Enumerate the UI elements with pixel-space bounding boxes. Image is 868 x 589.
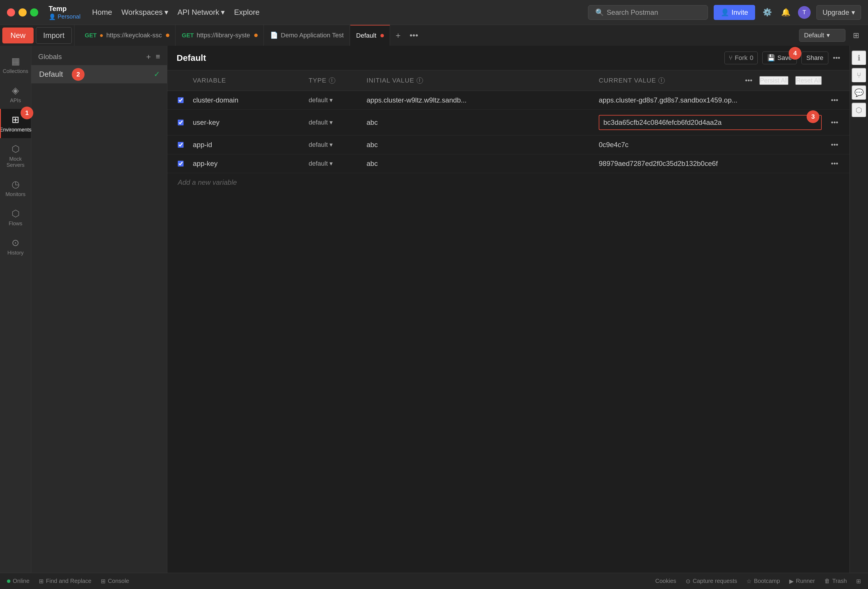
console-button[interactable]: ⊞ Console	[101, 578, 129, 585]
find-replace-button[interactable]: ⊞ Find and Replace	[39, 578, 92, 585]
cell-variable[interactable]: cluster-domain	[188, 91, 304, 109]
more-tabs-button[interactable]: •••	[406, 30, 422, 41]
trash-button[interactable]: 🗑 Trash	[824, 578, 847, 585]
capture-requests-button[interactable]: ⊙ Capture requests	[686, 578, 737, 585]
cell-type[interactable]: default ▾	[304, 114, 362, 131]
tab-1[interactable]: GET ● https://keycloak-ssc	[79, 25, 176, 46]
cell-more[interactable]: •••	[826, 113, 844, 132]
environment-selector[interactable]: Default ▾	[799, 29, 846, 42]
cell-checkbox[interactable]	[173, 155, 188, 172]
add-variable-row[interactable]: Add a new variable	[167, 173, 849, 192]
type-info-icon: i	[329, 77, 335, 84]
sidebar-item-apis[interactable]: ◈ APIs	[0, 80, 31, 109]
row-checkbox[interactable]	[178, 97, 183, 104]
settings-button[interactable]: ⚙️	[761, 6, 774, 19]
persist-all-button[interactable]: Persist All	[759, 76, 789, 85]
type-selector[interactable]: default ▾	[309, 96, 333, 104]
invite-button[interactable]: 👤 Invite	[714, 5, 755, 20]
row-more-button[interactable]: •••	[831, 141, 838, 149]
layout-button[interactable]: ⊞	[851, 29, 861, 42]
cell-more[interactable]: •••	[826, 136, 844, 154]
more-options-button[interactable]: •••	[833, 54, 840, 62]
cell-variable[interactable]: app-key	[188, 154, 304, 173]
cell-type[interactable]: default ▾	[304, 91, 362, 109]
comments-button[interactable]: 💬	[852, 85, 867, 100]
tab-dot-indicator	[381, 34, 384, 37]
search-bar[interactable]: 🔍 Search Postman	[588, 5, 708, 20]
layout-toggle-button[interactable]: ⊞	[856, 578, 861, 585]
sidebar-item-monitors[interactable]: ◷ Monitors	[0, 173, 31, 203]
tab-default[interactable]: Default	[350, 25, 390, 46]
runner-button[interactable]: ▶ Runner	[789, 578, 815, 585]
row-more-button[interactable]: •••	[831, 118, 838, 127]
tab-2[interactable]: GET https://library-syste	[176, 25, 264, 46]
cell-current-value[interactable]: 0c9e4c7c	[594, 136, 826, 154]
avatar[interactable]: T	[798, 6, 811, 19]
cell-checkbox[interactable]	[173, 136, 188, 154]
type-selector[interactable]: default ▾	[309, 119, 333, 126]
online-status[interactable]: Online	[7, 578, 30, 585]
sidebar-item-collections[interactable]: ▦ Collections	[0, 50, 31, 80]
tab-url: https://keycloak-ssc	[106, 32, 162, 39]
nav-api-network[interactable]: API Network ▾	[177, 8, 225, 17]
add-environment-button[interactable]: ＋	[145, 52, 152, 62]
cell-initial-value[interactable]: abc	[362, 136, 594, 154]
nav-explore[interactable]: Explore	[234, 8, 260, 17]
git-button[interactable]: ⑂	[852, 68, 867, 83]
cell-current-value[interactable]: 3 bc3da65cfb24c0846fefcb6fd20d4aa2a	[594, 110, 826, 135]
row-checkbox[interactable]	[178, 160, 183, 167]
cell-checkbox[interactable]	[173, 114, 188, 131]
import-button[interactable]: Import	[36, 27, 72, 44]
info-panel-button[interactable]: ℹ	[852, 50, 867, 65]
save-button[interactable]: 💾 Save	[762, 52, 797, 64]
trash-icon: 🗑	[824, 578, 830, 585]
new-tab-button[interactable]: ＋	[391, 29, 406, 42]
connections-button[interactable]: ⬡	[852, 102, 867, 118]
cell-current-value[interactable]: apps.cluster-gd8s7.gd8s7.sandbox1459.op.…	[594, 91, 826, 109]
row-checkbox[interactable]	[178, 141, 183, 148]
cell-type[interactable]: default ▾	[304, 136, 362, 154]
cell-current-value[interactable]: 98979aed7287ed2f0c35d2b132b0ce6f	[594, 154, 826, 173]
table-row: app-key default ▾ abc 98979aed7287ed2f0c…	[167, 154, 849, 173]
cell-initial-value[interactable]: abc	[362, 154, 594, 173]
tab-3[interactable]: 📄 Demo Application Test	[264, 25, 350, 46]
nav-workspaces[interactable]: Workspaces ▾	[121, 8, 168, 17]
cell-initial-value[interactable]: apps.cluster-w9ltz.w9ltz.sandb...	[362, 91, 594, 109]
cell-initial-value[interactable]: abc	[362, 113, 594, 132]
doc-icon: 📄	[270, 32, 278, 39]
type-selector[interactable]: default ▾	[309, 160, 333, 167]
header-current-value: CURRENT VALUE i ••• Persist All Reset Al…	[594, 70, 826, 91]
cell-more[interactable]: •••	[826, 154, 844, 173]
cell-checkbox[interactable]	[173, 92, 188, 109]
cell-variable[interactable]: app-id	[188, 136, 304, 154]
cell-variable[interactable]: user-key	[188, 113, 304, 132]
chevron-down-icon: ▾	[329, 96, 333, 104]
header-more	[826, 70, 844, 91]
nav-home[interactable]: Home	[92, 8, 112, 17]
sort-button[interactable]: ≡	[156, 52, 160, 62]
cookies-button[interactable]: Cookies	[655, 578, 676, 585]
share-button[interactable]: Share	[802, 52, 828, 64]
new-button[interactable]: New	[2, 28, 34, 43]
type-selector[interactable]: default ▾	[309, 141, 333, 149]
maximize-button[interactable]	[30, 8, 38, 16]
upgrade-button[interactable]: Upgrade ▾	[816, 5, 861, 20]
sidebar-item-mock-servers[interactable]: ⬡ Mock Servers	[0, 138, 31, 173]
cell-more[interactable]: •••	[826, 91, 844, 109]
fork-button[interactable]: ⑂ Fork 0	[725, 52, 758, 64]
close-button[interactable]	[7, 8, 15, 16]
reset-all-button[interactable]: Reset All	[795, 76, 822, 85]
highlighted-current-value[interactable]: bc3da65cfb24c0846fefcb6fd20d4aa2a	[599, 115, 822, 130]
row-checkbox[interactable]	[178, 119, 183, 126]
column-more-button[interactable]: •••	[745, 77, 752, 84]
bootcamp-button[interactable]: ☆ Bootcamp	[746, 578, 780, 585]
environment-item-default[interactable]: Default ✓	[31, 65, 167, 83]
sidebar-item-history[interactable]: ⊙ History	[0, 232, 31, 261]
row-more-button[interactable]: •••	[831, 96, 838, 104]
row-more-button[interactable]: •••	[831, 159, 838, 168]
sidebar-item-environments[interactable]: 1 ⊞ Environments	[0, 109, 31, 138]
cell-type[interactable]: default ▾	[304, 155, 362, 173]
notifications-button[interactable]: 🔔	[779, 6, 792, 19]
minimize-button[interactable]	[19, 8, 27, 16]
sidebar-item-flows[interactable]: ⬡ Flows	[0, 203, 31, 232]
